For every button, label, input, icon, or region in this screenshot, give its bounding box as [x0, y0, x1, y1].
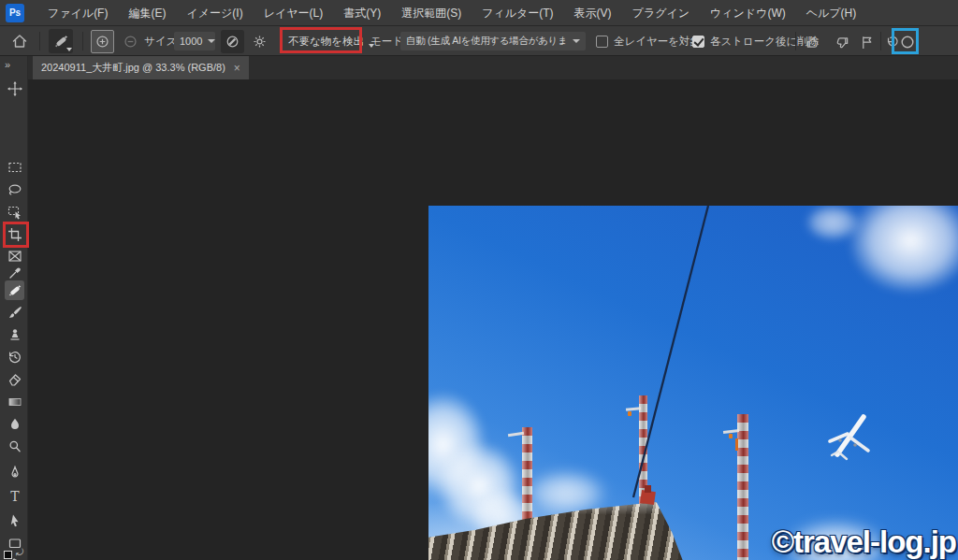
menu-items: ファイル(F) 編集(E) イメージ(I) レイヤー(L) 書式(Y) 選択範囲…: [37, 0, 866, 26]
size-value: 1000: [180, 36, 202, 47]
history-brush-tool[interactable]: [5, 347, 24, 366]
close-tab-icon[interactable]: ×: [234, 63, 240, 74]
detect-distractions-label: 不要な物を検出: [288, 35, 364, 49]
photo-overlay: [428, 206, 958, 560]
thumbs-down-icon[interactable]: [831, 32, 851, 52]
menu-layer[interactable]: レイヤー(L): [254, 0, 334, 26]
all-layers-checkbox[interactable]: [596, 36, 608, 48]
svg-text:T: T: [10, 489, 20, 504]
gradient-tool[interactable]: [5, 392, 24, 411]
menu-file[interactable]: ファイル(F): [37, 0, 118, 26]
object-selection-tool[interactable]: [5, 202, 24, 222]
circle-icon[interactable]: [897, 32, 917, 51]
size-label: サイズ: [144, 26, 177, 56]
photo-document[interactable]: ©travel-log.jp: [428, 206, 958, 560]
size-input[interactable]: 1000: [174, 32, 215, 50]
document-tab-bar: 20240911_大井町.jpg @ 33.3% (RGB/8) ×: [28, 56, 958, 79]
detect-distractions-button[interactable]: 不要な物を検出: [288, 26, 374, 56]
hook-load: [640, 485, 656, 505]
menu-select[interactable]: 選択範囲(S): [391, 0, 472, 26]
eraser-tool[interactable]: [5, 369, 24, 389]
photoshop-window: Ps ファイル(F) 編集(E) イメージ(I) レイヤー(L) 書式(Y) 選…: [0, 0, 958, 560]
add-mode-icon[interactable]: [91, 30, 114, 53]
swap-colors-icon[interactable]: ⤾: [16, 547, 23, 558]
options-bar: サイズ 1000 不要な物を検出 モード 自動 (生成 AIを使用する場合があり…: [0, 26, 958, 56]
path-selection-tool[interactable]: [5, 510, 24, 530]
pen-pressure-icon[interactable]: [221, 30, 244, 53]
menu-window[interactable]: ウィンドウ(W): [700, 0, 796, 26]
foreground-color-swatch[interactable]: [4, 551, 12, 559]
remove-tool-preset-icon[interactable]: [49, 29, 73, 53]
menu-filter[interactable]: フィルター(T): [472, 0, 563, 26]
blur-tool[interactable]: [5, 414, 24, 434]
remove-tool[interactable]: [5, 280, 24, 300]
menu-edit[interactable]: 編集(E): [118, 0, 176, 26]
mode-value: 自動 (生成 AIを使用する場合があります): [406, 35, 567, 48]
airplane: [830, 417, 868, 459]
menu-help[interactable]: ヘルプ(H): [796, 0, 867, 26]
move-tool[interactable]: [5, 79, 24, 98]
type-tool[interactable]: T: [5, 486, 24, 506]
chevron-down-icon: [208, 39, 215, 43]
crane-cable: [633, 206, 708, 497]
crop-tool[interactable]: [5, 224, 24, 244]
eyedropper-tool[interactable]: [5, 263, 24, 282]
toolbar-expand-chevron[interactable]: »: [5, 59, 9, 70]
clone-stamp-tool[interactable]: [5, 324, 24, 344]
lasso-tool[interactable]: [5, 179, 24, 199]
all-layers-label: 全レイヤーを対象: [614, 26, 701, 56]
gear-icon[interactable]: [249, 31, 269, 51]
mode-dropdown[interactable]: 自動 (生成 AIを使用する場合があります): [400, 32, 586, 50]
menu-view[interactable]: 表示(V): [564, 0, 622, 26]
subtract-mode-icon[interactable]: [120, 31, 141, 52]
home-icon[interactable]: [9, 31, 30, 51]
brush-tool[interactable]: [5, 302, 24, 322]
menu-image[interactable]: イメージ(I): [176, 0, 253, 26]
thumbs-up-icon[interactable]: [803, 32, 823, 52]
canvas-area[interactable]: ©travel-log.jp: [28, 79, 958, 560]
document-tab[interactable]: 20240911_大井町.jpg @ 33.3% (RGB/8) ×: [33, 56, 249, 79]
menu-bar: Ps ファイル(F) 編集(E) イメージ(I) レイヤー(L) 書式(Y) 選…: [0, 0, 958, 26]
menu-type[interactable]: 書式(Y): [333, 0, 391, 26]
watermark-text: ©travel-log.jp: [772, 524, 956, 560]
delete-after-stroke-checkbox[interactable]: [692, 36, 704, 48]
flag-icon[interactable]: [857, 32, 878, 52]
pen-tool[interactable]: [5, 462, 24, 481]
marquee-tool[interactable]: [5, 157, 24, 177]
document-tab-title: 20240911_大井町.jpg @ 33.3% (RGB/8): [41, 61, 225, 75]
mode-label: モード: [370, 26, 403, 56]
dodge-tool[interactable]: [5, 437, 24, 456]
tool-bar: »: [0, 56, 28, 560]
menu-plugins[interactable]: プラグイン: [622, 0, 700, 26]
chevron-down-icon: [573, 39, 580, 43]
photoshop-logo: Ps: [6, 4, 24, 22]
